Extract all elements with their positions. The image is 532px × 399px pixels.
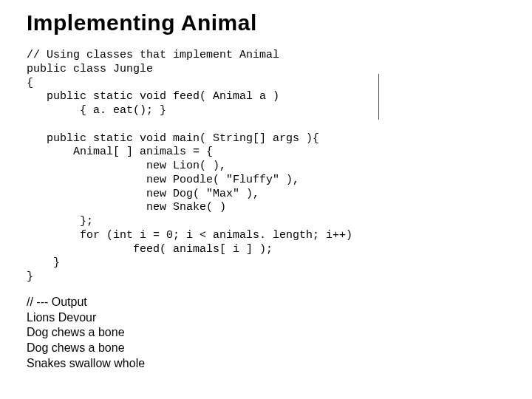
slide-title: Implementing Animal <box>27 10 505 35</box>
cursor-line <box>378 74 379 120</box>
output-block: // --- Output Lions Devour Dog chews a b… <box>27 295 505 372</box>
code-block: // Using classes that implement Animal p… <box>27 49 505 284</box>
